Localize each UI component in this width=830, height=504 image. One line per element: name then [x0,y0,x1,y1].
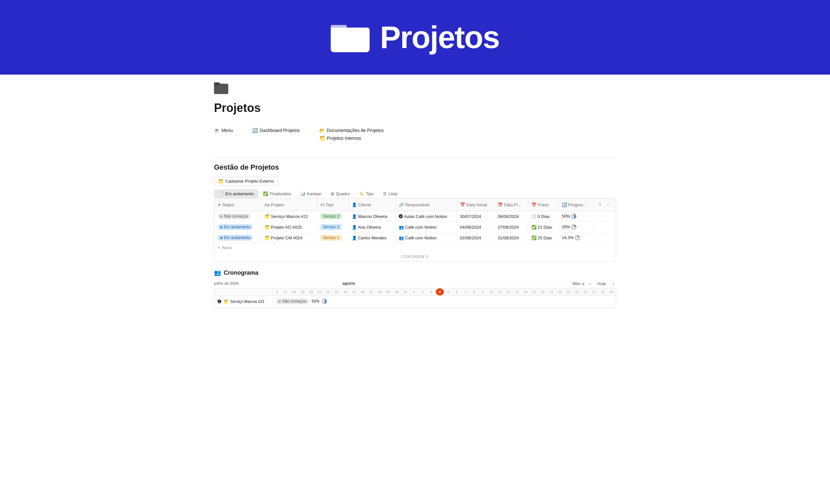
row2-status: Em andamento [214,222,261,232]
cadastrar-button[interactable]: 🗂️ Cadastrar Projeto Externo [214,177,278,186]
tab-check-icon: ✅ [263,191,268,196]
timeline-row-label-1[interactable]: 🅐 🗂️ Serviço Marcos #21 [214,297,273,306]
docs-link[interactable]: 📂 Documentações de Projetos [319,128,384,133]
col-progresso[interactable]: 🔄 Progres... [558,198,593,211]
col-prazo[interactable]: 📅 Prazo [528,198,558,211]
internos-icon: 🗂️ [319,135,325,141]
hero-folder-icon [331,21,370,54]
prev-btn[interactable]: ‹ [587,280,593,287]
row3-data-fi: 31/08/2024 [494,232,528,243]
tab-kanban[interactable]: 📊 Kanban [296,189,326,198]
table-row: Não começou 🗂️ Serviço Marcos #21 Serviç… [214,211,616,222]
responsavel-icon-1: 🅐 [399,214,403,219]
cronograma-title: 👥 Cronograma [214,269,616,276]
timeline-status-badge: Não começou [276,298,309,304]
view-label[interactable]: Mês ∨ [573,281,585,286]
date-25: 25 [350,288,358,295]
row3-extra [593,232,616,243]
col-add[interactable]: + ··· [593,198,616,211]
row1-projeto[interactable]: 🗂️ Serviço Marcos #21 [261,211,317,222]
row3-tipo: Serviço 1 [317,232,349,243]
menu-link[interactable]: ☕ Menu [214,128,233,133]
add-row[interactable]: + Novo [214,243,616,252]
date-aug-11: 11 [496,288,504,295]
tab-em-andamento[interactable]: 🕐 Em andamento [214,189,258,198]
progress-circle-3 [575,235,580,240]
row1-progresso: 50% [558,211,593,222]
prazo-icon: 📅 [532,202,537,207]
cliente-icon-3: 👤 [352,235,357,240]
timeline-progress-circle [322,299,327,304]
add-label: Novo [222,245,232,250]
more-options-button[interactable]: ··· [605,201,612,208]
tab-clock-icon: 🕐 [219,191,224,196]
gp-section-title: Gestão de Projetos [214,163,616,171]
dot-blue-2 [220,226,222,228]
tab-finalizados[interactable]: ✅ Finalizados [258,189,296,198]
date-aug-15: 15 [530,288,539,295]
page-icon [214,81,616,97]
col-projeto[interactable]: Aa Projeto [261,198,317,211]
date-26: 26 [359,288,367,295]
next-btn[interactable]: › [610,280,616,287]
tab-em-andamento-label: Em andamento [225,191,254,196]
hero-banner: Projetos [0,0,830,74]
date-aug-17: 17 [547,288,556,295]
date-22: 22 [324,288,333,295]
tab-quadro[interactable]: ⊞ Quadro [326,189,354,198]
today-btn[interactable]: Hoje [596,281,608,287]
count-label: CONTAGEM 3 [402,255,428,258]
dashboard-link[interactable]: 🔄 Dashboard Projetos [252,128,300,133]
tab-quadro-icon: ⊞ [331,191,334,196]
col-tipo[interactable]: 🏷 Tipo [317,198,349,211]
internos-label: Projetos Internos [327,135,361,141]
dot-blue-3 [220,237,222,239]
date-20: 20 [307,288,316,295]
col-cliente[interactable]: 👤 Cliente [348,198,395,211]
date-aug-5: 5 [444,288,453,295]
hero-title: Projetos [380,20,499,55]
col-data-inicial[interactable]: 📅 Data Inicial [456,198,494,211]
date-19: 19 [298,288,307,295]
table-header-row: ✦ Status Aa Projeto 🏷 Tipo 👤 Cliente [214,198,616,211]
timeline-header: julho de 2024 agosto Mês ∨ ‹ Hoje › [214,280,616,287]
col-responsavel[interactable]: 🔗 Responsável [395,198,457,211]
row1-cliente: 👤 Marcos Oliveira [348,211,395,222]
checkmark-3: ✅ [532,235,537,240]
date-6: 6 [273,288,281,295]
status-col-icon: ✦ [218,202,221,207]
date-aug-9: 9 [479,288,487,295]
internos-link[interactable]: 🗂️ Projetos Internos [319,135,384,141]
date-aug-18: 18 [556,288,564,295]
status-badge-3: Em andamento [218,235,253,241]
date-29: 29 [384,288,393,295]
tab-lista[interactable]: ☰ Lista [378,189,402,198]
cliente-col-icon: 👤 [352,202,357,207]
row1-status: Não começou [214,211,261,222]
table-body: Não começou 🗂️ Serviço Marcos #21 Serviç… [214,211,616,243]
nav-links: ☕ Menu 🔄 Dashboard Projetos 📂 Documentaç… [214,124,616,145]
tab-tipo[interactable]: 🏷️ Tipo [354,189,378,198]
cadastrar-label: Cadastrar Projeto Externo [225,179,274,184]
tab-lista-label: Lista [388,191,397,196]
svg-rect-5 [214,83,220,86]
row3-projeto[interactable]: 🗂️ Projeto CM #024 [261,232,317,243]
tab-tipo-label: Tipo [366,191,374,196]
date-28: 28 [376,288,384,295]
date-aug-1: 1 [410,288,418,295]
row2-projeto[interactable]: 🗂️ Projeto AO #025 [261,222,317,232]
col-status[interactable]: ✦ Status [214,198,261,211]
row2-data-fi: 27/08/2024 [494,222,528,232]
row1-extra [593,211,616,222]
cliente-icon-1: 👤 [352,214,357,219]
tipo-col-icon: 🏷 [320,202,324,207]
docs-icon: 📂 [319,128,325,133]
col-data-fi[interactable]: 📅 Data Fi... [494,198,528,211]
cadastrar-icon: 🗂️ [218,179,223,184]
row1-prazo: 🕐 0 Dias [528,211,558,222]
progress-circle-2 [571,224,576,230]
timeline-row-1: 🅐 🗂️ Serviço Marcos #21 Não começou 50% [214,296,616,308]
row2-prazo: ✅ 21 Dias [528,222,558,232]
add-column-button[interactable]: + [597,201,603,208]
timeline-dates: 6 17 18 19 20 21 22 23 24 25 26 27 28 29… [273,288,616,295]
